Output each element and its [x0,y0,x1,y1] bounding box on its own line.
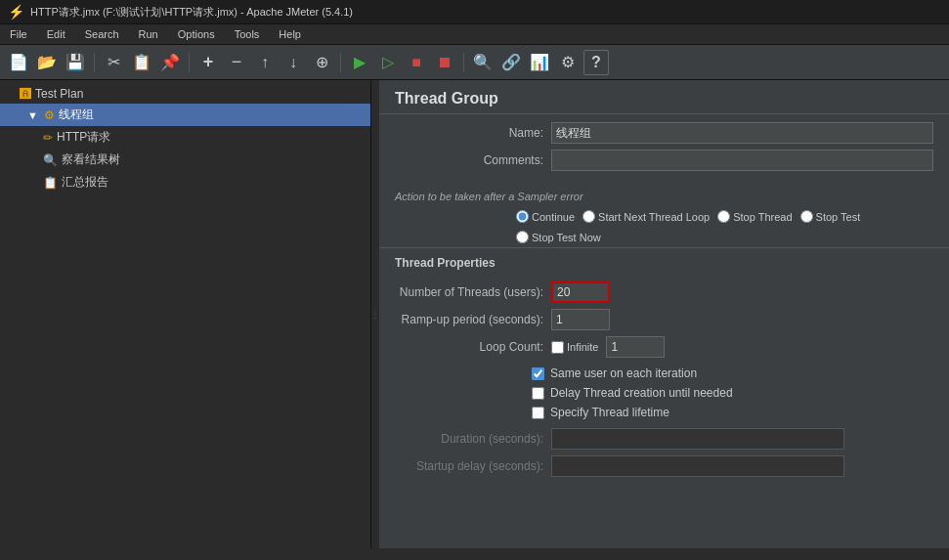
duration-input [551,428,844,450]
content-panel: Thread Group Name: Comments: Action to b… [379,80,949,548]
add-button[interactable]: + [195,50,221,75]
sidebar-item-result-tree[interactable]: 🔍 察看结果树 [0,149,370,171]
cut-button[interactable]: ✂ [101,50,126,75]
name-section: Name: Comments: [379,114,949,185]
menu-bar: File Edit Search Run Options Tools Help [0,24,949,45]
num-threads-row: Number of Threads (users): [395,281,933,303]
radio-stop-test[interactable]: Stop Test [800,210,861,223]
menu-file[interactable]: File [6,26,31,42]
expand-button[interactable]: ⊕ [309,50,334,75]
thread-props-header: Thread Properties [379,247,949,274]
ramp-up-row: Ramp-up period (seconds): [395,309,933,330]
comments-row: Comments: [395,150,933,171]
name-row: Name: [395,122,933,144]
specify-lifetime-label: Specify Thread lifetime [550,406,669,419]
radio-start-next-label: Start Next Thread Loop [598,211,710,223]
sep1 [94,53,95,72]
comments-input[interactable] [551,150,933,171]
test-plan-icon: 🅰 [20,87,31,101]
same-user-label: Same user on each iteration [550,366,697,380]
copy-button[interactable]: 📋 [129,50,154,75]
radio-continue-label: Continue [532,211,575,223]
open-button[interactable]: 📂 [34,50,60,75]
summary-icon: 📋 [43,176,58,190]
sidebar-item-http-request[interactable]: ✏ HTTP请求 [0,126,370,149]
result-tree-label: 察看结果树 [62,151,120,168]
test-plan-label: Test Plan [35,87,83,101]
loop-count-label: Loop Count: [395,340,551,354]
infinite-checkbox-group[interactable]: Infinite [551,341,598,354]
radio-stop-test-now[interactable]: Stop Test Now [516,231,601,243]
start-no-pause-button[interactable]: ▷ [375,50,401,75]
sep4 [463,53,464,72]
sidebar-item-summary-report[interactable]: 📋 汇总报告 [0,171,370,194]
down-button[interactable]: ↓ [280,50,306,75]
radio-continue[interactable]: Continue [516,210,575,223]
loop-count-row: Loop Count: Infinite [395,336,933,358]
action-section-label: Action to be taken after a Sampler error [379,185,949,206]
http-request-label: HTTP请求 [57,129,110,146]
menu-search[interactable]: Search [81,26,123,42]
summary-label: 汇总报告 [62,174,108,191]
paste-button[interactable]: 📌 [157,50,183,75]
start-button[interactable]: ▶ [347,50,372,75]
shutdown-button[interactable]: ⏹ [432,50,457,75]
sep3 [340,53,341,72]
title-text: HTTP请求.jmx (F:\测试计划\HTTP请求.jmx) - Apache… [30,5,353,20]
action-radio-row: Continue Start Next Thread Loop Stop Thr… [379,206,949,247]
startup-delay-input [551,455,844,477]
delay-creation-checkbox[interactable] [532,387,544,400]
sidebar-item-test-plan[interactable]: 🅰 Test Plan [0,84,370,104]
ramp-up-label: Ramp-up period (seconds): [395,313,551,326]
startup-delay-label: Startup delay (seconds): [395,459,551,473]
toolbar: 📄 📂 💾 ✂ 📋 📌 + − ↑ ↓ ⊕ ▶ ▷ ■ ⏹ 🔍 🔗 📊 ⚙ ? [0,45,949,80]
http-request-icon: ✏ [43,131,53,145]
num-threads-input[interactable] [551,281,610,303]
infinite-checkbox[interactable] [551,341,564,354]
same-user-checkbox[interactable] [532,367,544,380]
thread-group-icon: ⚙ [44,108,55,122]
specify-lifetime-row: Specify Thread lifetime [395,403,933,422]
expand-icon: ▼ [27,109,38,121]
panel-title: Thread Group [379,80,949,114]
name-label: Name: [395,126,551,140]
up-button[interactable]: ↑ [252,50,278,75]
radio-start-next[interactable]: Start Next Thread Loop [582,210,710,223]
ramp-up-input[interactable] [551,309,610,330]
settings-button[interactable]: ⚙ [555,50,581,75]
delay-creation-row: Delay Thread creation until needed [395,383,933,403]
function-button[interactable]: 🔍 [470,50,496,75]
menu-tools[interactable]: Tools [231,26,264,42]
stop-button[interactable]: ■ [404,50,429,75]
help-button[interactable]: ? [583,50,609,75]
save-button[interactable]: 💾 [63,50,88,75]
comments-label: Comments: [395,153,551,167]
sidebar-item-thread-group[interactable]: ▼ ⚙ 线程组 [0,104,370,126]
specify-lifetime-checkbox[interactable] [532,407,544,419]
title-bar: ⚡ HTTP请求.jmx (F:\测试计划\HTTP请求.jmx) - Apac… [0,0,949,24]
same-user-row: Same user on each iteration [395,364,933,383]
radio-stop-test-label: Stop Test [816,211,861,223]
app-icon: ⚡ [8,4,24,20]
result-tree-icon: 🔍 [43,153,58,167]
menu-options[interactable]: Options [174,26,219,42]
delay-creation-label: Delay Thread creation until needed [550,386,733,400]
radio-stop-thread[interactable]: Stop Thread [717,210,792,223]
duration-row: Duration (seconds): [395,428,933,450]
resize-handle[interactable]: ⋮ [371,80,379,548]
infinite-label: Infinite [567,341,598,353]
menu-edit[interactable]: Edit [43,26,69,42]
loop-count-input[interactable] [606,336,665,358]
num-threads-label: Number of Threads (users): [395,285,551,299]
radio-stop-thread-label: Stop Thread [733,211,792,223]
name-input[interactable] [551,122,933,144]
remote-button[interactable]: 🔗 [498,50,524,75]
duration-label: Duration (seconds): [395,432,551,446]
templates-button[interactable]: 📊 [527,50,552,75]
remove-button[interactable]: − [224,50,249,75]
thread-group-label: 线程组 [59,107,94,123]
new-button[interactable]: 📄 [6,50,31,75]
menu-help[interactable]: Help [275,26,305,42]
menu-run[interactable]: Run [135,26,162,42]
sep2 [189,53,190,72]
